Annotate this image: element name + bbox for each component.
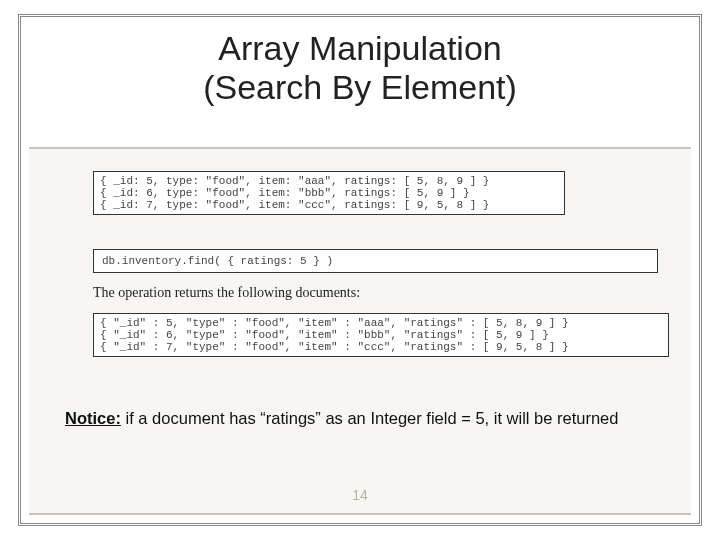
data-doc-row: { _id: 5, type: "food", item: "aaa", rat… bbox=[100, 175, 558, 187]
query-text: db.inventory.find( { ratings: 5 } ) bbox=[102, 255, 649, 267]
operation-returns-text: The operation returns the following docu… bbox=[93, 285, 360, 301]
sample-data-box: { _id: 5, type: "food", item: "aaa", rat… bbox=[93, 171, 565, 215]
result-doc-row: { "_id" : 7, "type" : "food", "item" : "… bbox=[100, 341, 662, 353]
result-doc-row: { "_id" : 6, "type" : "food", "item" : "… bbox=[100, 329, 662, 341]
title-line-2: (Search By Element) bbox=[21, 68, 699, 107]
notice-text: Notice: if a document has “ratings” as a… bbox=[65, 409, 618, 428]
slide-frame: Array Manipulation (Search By Element) {… bbox=[18, 14, 702, 526]
page-number: 14 bbox=[21, 487, 699, 503]
slide-title: Array Manipulation (Search By Element) bbox=[21, 29, 699, 107]
data-doc-row: { _id: 6, type: "food", item: "bbb", rat… bbox=[100, 187, 558, 199]
result-box: { "_id" : 5, "type" : "food", "item" : "… bbox=[93, 313, 669, 357]
result-doc-row: { "_id" : 5, "type" : "food", "item" : "… bbox=[100, 317, 662, 329]
query-box: db.inventory.find( { ratings: 5 } ) bbox=[93, 249, 658, 273]
notice-label: Notice: bbox=[65, 409, 121, 427]
notice-body: if a document has “ratings” as an Intege… bbox=[121, 409, 619, 427]
data-doc-row: { _id: 7, type: "food", item: "ccc", rat… bbox=[100, 199, 558, 211]
title-line-1: Array Manipulation bbox=[21, 29, 699, 68]
